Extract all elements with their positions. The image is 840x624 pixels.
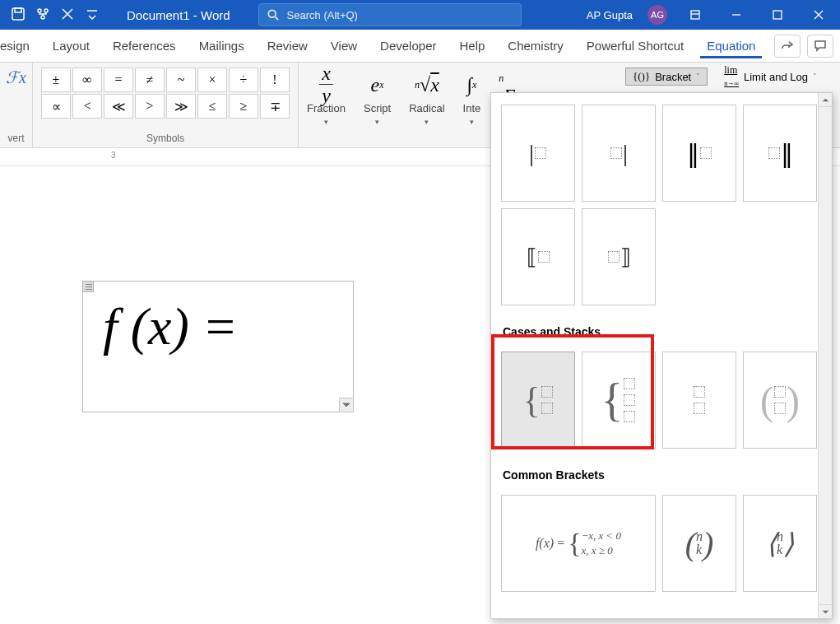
svg-point-5 xyxy=(268,10,276,17)
structure-integral[interactable]: ∫x Inte▾ xyxy=(463,71,481,126)
structure-script[interactable]: ex Script▾ xyxy=(364,71,391,126)
symbol-minus-plus[interactable]: ∓ xyxy=(260,94,290,119)
autosave-icon[interactable] xyxy=(12,7,25,23)
symbol-gt[interactable]: > xyxy=(135,94,165,119)
symbol-ge[interactable]: ≥ xyxy=(229,94,258,119)
tab-view[interactable]: View xyxy=(319,30,369,62)
tab-mailings[interactable]: Mailings xyxy=(188,30,256,62)
user-avatar[interactable]: AG xyxy=(647,5,667,25)
tab-chemistry[interactable]: Chemistry xyxy=(496,30,575,62)
svg-point-3 xyxy=(44,9,48,12)
convert-icon[interactable]: ℱx xyxy=(6,68,26,87)
svg-rect-0 xyxy=(12,8,24,20)
equation-options-button[interactable] xyxy=(339,398,354,412)
share-button[interactable] xyxy=(774,35,801,58)
close-button[interactable] xyxy=(805,2,832,28)
scroll-down-button[interactable] xyxy=(819,604,832,618)
cases-3-row[interactable]: { xyxy=(582,352,656,449)
symbol-much-gt[interactable]: ≫ xyxy=(166,94,196,119)
svg-rect-6 xyxy=(691,11,699,19)
ruler-mark-3: 3 xyxy=(111,151,116,160)
comments-button[interactable] xyxy=(807,35,833,58)
equation-move-handle[interactable] xyxy=(82,281,94,292)
svg-rect-7 xyxy=(773,11,782,19)
search-icon xyxy=(267,9,279,21)
document-title: Document1 - Word xyxy=(127,8,230,22)
bracket-dbl-vbar-right[interactable]: ‖ xyxy=(743,105,817,202)
tab-equation[interactable]: Equation xyxy=(695,30,767,62)
symbol-times[interactable]: × xyxy=(197,68,227,92)
group-convert: ℱx vert xyxy=(0,63,33,147)
limit-log-menu-button[interactable]: limn→∞ Limit and Log ˅ xyxy=(717,68,824,86)
ribbon-mode-button[interactable] xyxy=(682,2,708,28)
symbol-equals[interactable]: = xyxy=(104,68,133,92)
common-binomial-angle[interactable]: ⟨ nk ⟩ xyxy=(743,495,817,592)
svg-rect-1 xyxy=(15,8,21,12)
structure-fraction[interactable]: xy Fraction▾ xyxy=(307,71,346,126)
tab-help[interactable]: Help xyxy=(448,30,496,62)
bracket-box-right-vbar[interactable]: | xyxy=(582,105,656,202)
equation-content[interactable]: f (x) = xyxy=(83,282,353,372)
section-common-brackets-title: Common Brackets xyxy=(491,457,832,487)
search-box[interactable]: Search (Alt+Q) xyxy=(258,3,522,26)
bracket-dbl-vbar-left[interactable]: ‖ xyxy=(662,105,736,202)
search-placeholder: Search (Alt+Q) xyxy=(287,9,358,21)
bracket-menu-button[interactable]: {()} Bracket ˅ xyxy=(625,68,708,86)
dropdown-scrollbar[interactable] xyxy=(818,93,832,618)
group-convert-label: vert xyxy=(8,133,25,146)
stack-2-row[interactable] xyxy=(662,352,736,449)
symbol-plus-minus[interactable]: ± xyxy=(41,68,71,92)
qat-more-icon[interactable] xyxy=(86,7,99,23)
stack-2-row-paren[interactable]: () xyxy=(743,352,817,449)
bracket-left-dblbracket[interactable]: ⟦ xyxy=(501,208,575,305)
tab-references[interactable]: References xyxy=(101,30,188,62)
limit-icon: limn→∞ xyxy=(724,64,739,89)
ribbon-tabs: esign Layout References Mailings Review … xyxy=(0,30,840,63)
tab-review[interactable]: Review xyxy=(256,30,319,62)
svg-point-2 xyxy=(38,9,41,12)
bracket-left-vbar-box[interactable]: | xyxy=(501,105,575,202)
close-qat-icon[interactable] xyxy=(61,7,74,23)
tab-layout[interactable]: Layout xyxy=(41,30,101,62)
share-icon[interactable] xyxy=(36,7,49,23)
section-cases-stacks-title: Cases and Stacks xyxy=(491,314,832,343)
symbol-infinity[interactable]: ∞ xyxy=(72,68,102,92)
tab-powerful-shortcut[interactable]: Powerful Shortcut xyxy=(575,30,695,62)
symbol-lt[interactable]: < xyxy=(72,94,102,119)
bracket-right-dblbracket[interactable]: ⟧ xyxy=(582,208,656,305)
structure-radical[interactable]: n√x Radical▾ xyxy=(409,71,444,126)
symbol-divide[interactable]: ÷ xyxy=(229,68,258,92)
bracket-dropdown-panel: | | ‖ ‖ ⟦ ⟧ Cases and Stacks { { () Comm… xyxy=(490,92,833,619)
equation-editor-box[interactable]: f (x) = xyxy=(82,281,354,412)
tab-design[interactable]: esign xyxy=(0,30,41,62)
group-symbols-label: Symbols xyxy=(41,133,290,146)
group-symbols: ± ∞ = ≠ ~ × ÷ ! ∝ < ≪ > ≫ ≤ ≥ ∓ Symbols xyxy=(33,63,299,147)
tab-developer[interactable]: Developer xyxy=(369,30,448,62)
common-binomial-paren[interactable]: ( nk ) xyxy=(662,495,736,592)
minimize-button[interactable] xyxy=(723,2,750,28)
symbol-le[interactable]: ≤ xyxy=(197,94,227,119)
symbol-much-lt[interactable]: ≪ xyxy=(104,94,133,119)
title-bar: Document1 - Word Search (Alt+Q) AP Gupta… xyxy=(0,0,840,30)
scroll-up-button[interactable] xyxy=(819,93,832,107)
maximize-button[interactable] xyxy=(764,2,791,28)
common-piecewise[interactable]: f(x) = { −x, x < 0 x, x ≥ 0 xyxy=(501,495,656,592)
symbol-propto[interactable]: ∝ xyxy=(41,94,71,119)
svg-point-4 xyxy=(41,16,44,19)
symbol-factorial[interactable]: ! xyxy=(260,68,290,92)
symbol-not-equal[interactable]: ≠ xyxy=(135,68,165,92)
symbol-tilde[interactable]: ~ xyxy=(166,68,196,92)
user-name: AP Gupta xyxy=(587,9,633,21)
bracket-icon: {()} xyxy=(633,70,650,83)
cases-2-row[interactable]: { xyxy=(501,352,575,449)
